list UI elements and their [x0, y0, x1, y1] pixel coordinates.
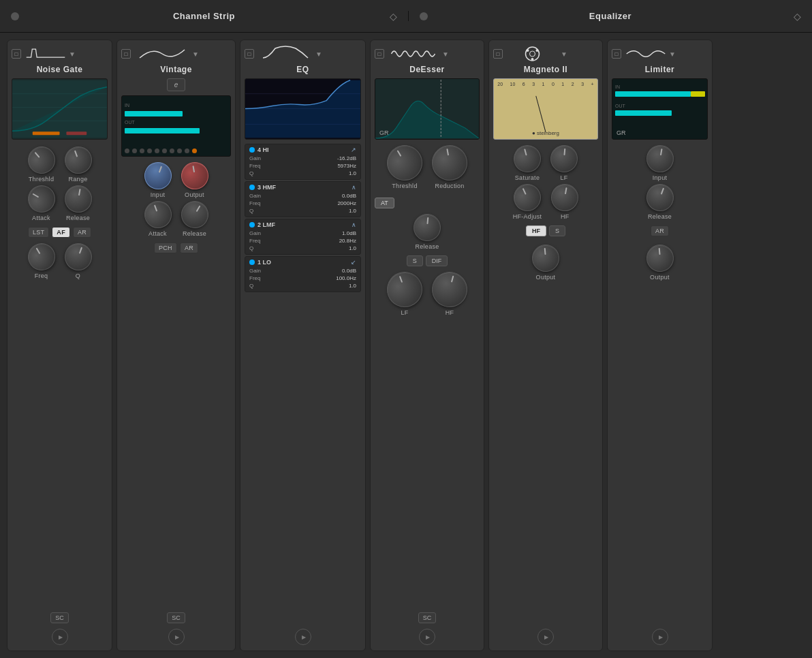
limiter-display: IN OUT GR	[612, 78, 708, 140]
freq-col: Freq	[28, 243, 55, 279]
deesser-dropdown[interactable]: ▼	[442, 50, 449, 57]
eq-footer	[245, 623, 361, 645]
deesser-lf-knob[interactable]	[382, 267, 428, 313]
noise-gate-knobs-row1: Threshld Range	[28, 146, 92, 183]
eq-header: □ ▼	[245, 46, 361, 62]
hf-button[interactable]: HF	[526, 225, 546, 236]
eq-band-3hmf-header: 3 HMF ∧	[249, 184, 356, 191]
deesser-reduction-knob[interactable]	[429, 142, 470, 183]
vintage-release-knob[interactable]	[176, 196, 213, 234]
limiter-out-bar	[615, 110, 672, 116]
limiter-output-knob[interactable]	[645, 243, 674, 272]
vintage-out-label: OUT	[125, 120, 135, 125]
vintage-footer: SC	[121, 612, 231, 645]
eq-power-3hmf[interactable]	[249, 185, 255, 190]
range-knob[interactable]	[61, 142, 95, 177]
vintage-in-label: IN	[125, 103, 129, 108]
magneto-hf-knob[interactable]	[549, 182, 580, 213]
eq-band-3hmf-name: 3 HMF	[257, 184, 349, 191]
range-label: Range	[68, 176, 87, 183]
limiter-input-knob[interactable]	[644, 143, 675, 174]
channel-strip-section: Channel Strip ◇	[0, 11, 409, 21]
deesser-reduction-col: Reduction	[432, 145, 467, 189]
play-button-lim[interactable]	[652, 629, 668, 645]
play-button-ng[interactable]	[52, 629, 68, 645]
pch-button[interactable]: PCH	[154, 242, 177, 253]
eq-dropdown[interactable]: ▼	[315, 50, 322, 57]
deesser-gr-svg	[375, 79, 479, 139]
limiter-release-col: Release	[646, 184, 674, 220]
limiter-name: Limiter	[645, 65, 675, 74]
vintage-ar-button[interactable]: AR	[180, 242, 198, 253]
dot-10	[192, 148, 197, 153]
lst-button[interactable]: LST	[28, 227, 49, 238]
input-label: Input	[151, 191, 166, 198]
vintage-header: □ ▼	[121, 46, 231, 62]
play-button-mag[interactable]	[537, 629, 554, 645]
freq-knob[interactable]	[22, 238, 60, 276]
magneto-knobs-row2: HF-Adjust HF	[513, 184, 579, 220]
eq-power-4hi[interactable]	[249, 147, 255, 153]
release-knob[interactable]	[62, 183, 93, 215]
edit-button[interactable]: e	[167, 78, 186, 91]
vintage-attack-knob[interactable]	[140, 197, 175, 232]
af-button[interactable]: AF	[52, 227, 70, 238]
eq-power-1lo[interactable]	[249, 260, 255, 265]
release-col: Release	[65, 185, 92, 221]
vu-needle	[535, 96, 546, 132]
noise-gate-dropdown[interactable]: ▼	[69, 50, 76, 57]
magneto-dropdown[interactable]: ▼	[561, 50, 567, 57]
dot-8	[177, 148, 182, 153]
steinberg-logo: ● steinberg	[532, 130, 559, 136]
play-button-de[interactable]	[419, 629, 435, 645]
magneto-output-knob[interactable]	[531, 243, 560, 272]
threshld-knob[interactable]	[22, 141, 60, 179]
ar-button[interactable]: AR	[73, 227, 91, 238]
limiter-dropdown[interactable]: ▼	[669, 50, 676, 57]
noise-gate-display	[12, 78, 108, 140]
svg-rect-4	[33, 131, 60, 135]
saturate-knob[interactable]	[511, 142, 544, 176]
eq-band-4hi-header: 4 HI ↗	[249, 146, 356, 153]
magneto-lf-knob[interactable]	[549, 144, 578, 173]
vintage-attack-label: Attack	[149, 230, 167, 237]
dif-button[interactable]: DIF	[426, 255, 448, 266]
at-button[interactable]: AT	[375, 198, 394, 208]
magneto-s-button[interactable]: S	[549, 225, 565, 236]
attack-col: Attack	[28, 185, 55, 221]
vintage-release-col: Release	[181, 201, 208, 237]
vintage-dropdown[interactable]: ▼	[192, 50, 199, 57]
deesser-hf-knob[interactable]	[428, 268, 471, 311]
vintage-knobs-row2: Attack Release	[144, 201, 208, 237]
noise-gate-header: □ ▼	[12, 46, 108, 62]
eq-band-3hmf: 3 HMF ∧ Gain0.0dB Freq2000Hz Q1.0	[245, 181, 361, 217]
sc-button-v[interactable]: SC	[167, 612, 185, 623]
play-button-eq[interactable]	[295, 629, 311, 645]
magneto-vu-meter: 20 10 6 3 1 0 1 2 3 + ● steinberg	[493, 78, 598, 140]
attack-knob[interactable]	[22, 181, 60, 218]
output-knob[interactable]	[178, 160, 210, 191]
dot-6	[162, 148, 167, 153]
output-label: Output	[185, 191, 204, 198]
release-label: Release	[66, 215, 90, 221]
eq-power-2lmf[interactable]	[249, 222, 255, 228]
limiter-input-label: Input	[653, 174, 668, 181]
deesser-threshld-knob[interactable]	[380, 138, 428, 187]
hf-adjust-knob[interactable]	[509, 179, 545, 215]
vintage-name: Vintage	[160, 65, 192, 74]
limiter-ar-button[interactable]: AR	[651, 225, 669, 236]
magneto-hf-label: HF	[561, 213, 569, 220]
input-knob[interactable]	[140, 158, 175, 193]
eq-shape-3hmf: ∧	[352, 184, 356, 191]
s-button[interactable]: S	[407, 255, 423, 266]
play-button-v[interactable]	[168, 629, 185, 645]
sc-button-de[interactable]: SC	[418, 612, 437, 623]
title-bar: Channel Strip ◇ Equalizer ◇	[0, 0, 812, 33]
limiter-release-knob[interactable]	[642, 180, 677, 215]
eq-freq-3hmf: Freq2000Hz	[249, 200, 356, 207]
q-col: Q	[65, 243, 92, 279]
deesser-release-knob[interactable]	[412, 213, 441, 242]
q-knob[interactable]	[61, 239, 95, 274]
eq-icon: □	[245, 49, 254, 59]
sc-button-ng[interactable]: SC	[50, 612, 69, 623]
